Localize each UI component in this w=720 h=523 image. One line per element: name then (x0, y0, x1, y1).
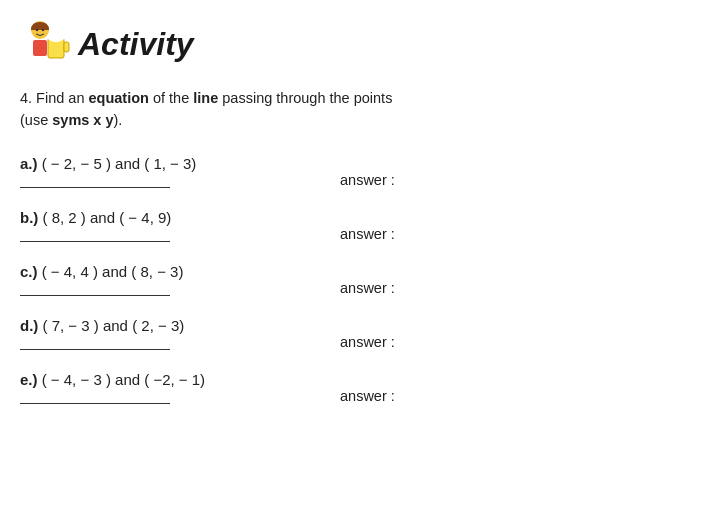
svg-point-9 (59, 35, 65, 40)
svg-point-1 (36, 29, 38, 31)
answer-label-b: answer : (340, 226, 395, 242)
problem-row-d: d.) ( 7, − 3 ) and ( 2, − 3) answer : (20, 314, 690, 350)
problem-d-underline (20, 340, 170, 350)
problem-e-underline (20, 394, 170, 404)
problem-row-c: c.) ( − 4, 4 ) and ( 8, − 3) answer : (20, 260, 690, 296)
svg-rect-3 (33, 40, 47, 56)
problem-row-b: b.) ( 8, 2 ) and ( − 4, 9) answer : (20, 206, 690, 242)
answer-label-d: answer : (340, 334, 395, 350)
instruction-middle: of the (149, 90, 193, 106)
problem-left-b: b.) ( 8, 2 ) and ( − 4, 9) (20, 206, 320, 242)
problem-left-e: e.) ( − 4, − 3 ) and ( −2, − 1) (20, 368, 320, 404)
svg-rect-5 (64, 42, 69, 52)
instruction-end: ). (114, 112, 123, 128)
header: Activity (20, 18, 690, 70)
answer-label-a: answer : (340, 172, 395, 188)
instruction-bold2: line (193, 90, 218, 106)
problem-e-text: ( − 4, − 3 ) and ( −2, − 1) (38, 371, 206, 388)
problem-a-key: a.) (20, 155, 38, 172)
problem-d-text: ( 7, − 3 ) and ( 2, − 3) (38, 317, 184, 334)
answer-label-c: answer : (340, 280, 395, 296)
problem-b-underline (20, 232, 170, 242)
problem-row-e: e.) ( − 4, − 3 ) and ( −2, − 1) answer : (20, 368, 690, 404)
problem-b-key: b.) (20, 209, 38, 226)
problem-d-key: d.) (20, 317, 38, 334)
problem-a-text: ( − 2, − 5 ) and ( 1, − 3) (38, 155, 197, 172)
problem-c-underline (20, 286, 170, 296)
answer-section-b: answer : (340, 226, 395, 242)
problem-label-a: a.) ( − 2, − 5 ) and ( 1, − 3) (20, 152, 320, 176)
problem-left-a: a.) ( − 2, − 5 ) and ( 1, − 3) (20, 152, 320, 188)
problem-row-a: a.) ( − 2, − 5 ) and ( 1, − 3) answer : (20, 152, 690, 188)
problem-c-text: ( − 4, 4 ) and ( 8, − 3) (38, 263, 184, 280)
problem-e-key: e.) (20, 371, 38, 388)
instruction-bold3: syms x y (52, 112, 113, 128)
problem-left-d: d.) ( 7, − 3 ) and ( 2, − 3) (20, 314, 320, 350)
answer-section-e: answer : (340, 388, 395, 404)
activity-title: Activity (78, 26, 194, 63)
svg-point-2 (42, 29, 44, 31)
page: Activity 4. Find an equation of the line… (0, 0, 720, 432)
answer-label-e: answer : (340, 388, 395, 404)
activity-icon (20, 18, 72, 70)
problem-left-c: c.) ( − 4, 4 ) and ( 8, − 3) (20, 260, 320, 296)
answer-section-d: answer : (340, 334, 395, 350)
instruction-bold1: equation (89, 90, 149, 106)
problem-a-underline (20, 178, 170, 188)
instruction-text: 4. Find an equation of the line passing … (20, 88, 400, 132)
instruction-prefix: 4. Find an (20, 90, 89, 106)
problem-c-key: c.) (20, 263, 38, 280)
problem-label-b: b.) ( 8, 2 ) and ( − 4, 9) (20, 206, 320, 230)
problem-label-c: c.) ( − 4, 4 ) and ( 8, − 3) (20, 260, 320, 284)
answer-section-c: answer : (340, 280, 395, 296)
problem-label-e: e.) ( − 4, − 3 ) and ( −2, − 1) (20, 368, 320, 392)
problem-b-text: ( 8, 2 ) and ( − 4, 9) (38, 209, 171, 226)
problems-list: a.) ( − 2, − 5 ) and ( 1, − 3) answer : … (20, 152, 690, 412)
answer-section-a: answer : (340, 172, 395, 188)
svg-point-7 (47, 35, 53, 40)
svg-point-8 (53, 34, 59, 39)
problem-label-d: d.) ( 7, − 3 ) and ( 2, − 3) (20, 314, 320, 338)
